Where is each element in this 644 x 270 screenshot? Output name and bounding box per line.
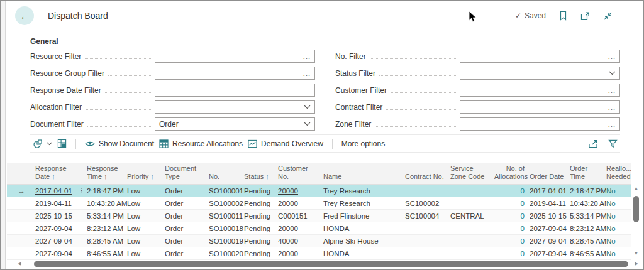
cell-document_type[interactable]: Order (165, 210, 209, 222)
filter-button[interactable] (608, 139, 618, 148)
cell-service_zone_code[interactable]: CENTRAL (450, 210, 494, 222)
lookup-ellipsis-icon[interactable]: ... (608, 104, 616, 111)
chevron-down-icon[interactable] (304, 105, 311, 109)
cell-no[interactable]: SO100020 (209, 247, 244, 259)
cell-name[interactable]: Alpine Ski House (323, 235, 405, 247)
cell-name[interactable]: HONDA (323, 222, 405, 234)
cell-no[interactable]: SO100011 (209, 210, 244, 222)
cell-service_zone_code[interactable] (450, 235, 494, 247)
cell-order_date[interactable]: 2019-04-11 (530, 197, 570, 209)
related-menu-button[interactable] (30, 139, 55, 149)
customer-filter-input[interactable]: ... (460, 84, 620, 97)
scroll-up-icon[interactable]: ▲ (634, 186, 638, 191)
cell-no[interactable]: SO100001 (209, 185, 244, 197)
column-header-no_of_allocations[interactable]: No. of Allocations (494, 165, 530, 185)
back-button[interactable]: ← (15, 6, 34, 25)
demand-overview-button[interactable]: Demand Overview (245, 139, 326, 148)
cell-no_of_allocations[interactable]: 0 (494, 235, 530, 247)
cell-customer_no[interactable]: 20000 (278, 185, 323, 197)
cell-status[interactable]: Pending (244, 235, 278, 247)
column-header-order_time[interactable]: Order Time (570, 165, 606, 185)
row-menu-icon[interactable]: ⋮ (78, 185, 85, 197)
column-header-contract_no[interactable]: Contract No. (405, 173, 450, 184)
cell-no_of_allocations[interactable]: 0 (494, 197, 530, 209)
cell-contract_no[interactable] (405, 235, 450, 247)
cell-no[interactable]: SO100019 (209, 235, 244, 247)
cell-no_of_allocations[interactable]: 0 (494, 222, 530, 234)
cell-document_type[interactable]: Order (165, 222, 209, 234)
cell-order_date[interactable]: 2027-09-04 (530, 247, 570, 259)
cell-priority[interactable]: Low (127, 222, 165, 234)
horizontal-scrollbar[interactable]: ◀ ▶ (16, 260, 640, 267)
column-header-order_date[interactable]: Order Date (530, 173, 570, 184)
cell-name[interactable]: Trey Research (323, 197, 405, 209)
cell-name[interactable]: Trey Research (323, 185, 405, 197)
cell-no_of_allocations[interactable]: 0 (494, 210, 530, 222)
cell-response_time[interactable]: 2:18:47 PM (87, 185, 127, 197)
cell-response_date[interactable]: 2027-09-04 (35, 222, 87, 234)
vertical-scrollbar[interactable]: ▲ ▼ (632, 186, 640, 256)
table-row[interactable]: 2027-09-048:46:55 AMLowOrderSO100020Pend… (7, 247, 631, 260)
table-row[interactable]: 2025-10-155:33:14 PMLowOrderSO100011Pend… (7, 210, 631, 222)
column-header-priority[interactable]: Priority ↑ (127, 173, 165, 184)
lookup-ellipsis-icon[interactable]: ... (608, 87, 616, 94)
cell-order_time[interactable]: 8:23:12 AM (570, 222, 606, 234)
share-button[interactable] (588, 139, 598, 148)
lookup-ellipsis-icon[interactable]: ... (608, 121, 616, 128)
cell-realloc_needed[interactable]: No (606, 197, 631, 209)
cell-document_type[interactable]: Order (165, 235, 209, 247)
table-row[interactable]: 2019-04-1110:43:20 AMLowOrderSO100002Pen… (7, 197, 631, 210)
vertical-scroll-track[interactable] (633, 192, 639, 250)
cell-status[interactable]: Pending (244, 222, 278, 234)
cell-priority[interactable]: Low (127, 235, 165, 247)
chevron-down-icon[interactable] (609, 71, 616, 75)
collapse-button[interactable] (603, 11, 613, 21)
column-header-customer_no[interactable]: Customer No. (278, 165, 323, 185)
cell-priority[interactable]: Low (127, 247, 165, 259)
cell-priority[interactable]: Low (127, 210, 165, 222)
cell-contract_no[interactable]: SC100002 (405, 197, 450, 209)
cell-document_type[interactable]: Order (165, 185, 209, 197)
contract-filter-input[interactable]: ... (460, 100, 620, 114)
cell-priority[interactable]: Low (127, 197, 165, 209)
cell-status[interactable]: Pending (244, 197, 278, 209)
cell-contract_no[interactable] (405, 222, 450, 234)
no-filter-input[interactable]: ... (460, 50, 620, 63)
column-header-response_time[interactable]: Response Time ↑ (87, 165, 127, 185)
scroll-right-icon[interactable]: ▶ (633, 261, 640, 266)
document-filter-select[interactable]: Order (155, 117, 315, 131)
cell-status[interactable]: Pending (244, 185, 278, 197)
cell-name[interactable]: Fred Flinstone (323, 210, 405, 222)
cell-customer_no[interactable]: 20000 (278, 197, 323, 209)
resource-group-filter-input[interactable]: ... (155, 67, 315, 80)
cell-order_time[interactable]: 8:46:55 AM (570, 247, 606, 259)
lookup-ellipsis-icon[interactable]: ... (303, 70, 311, 77)
column-header-response_date[interactable]: Response Date ↑ (35, 165, 87, 185)
more-options-button[interactable]: More options (339, 139, 387, 148)
scroll-down-icon[interactable]: ▼ (634, 251, 638, 256)
cell-service_zone_code[interactable] (450, 222, 494, 234)
column-header-document_type[interactable]: Document Type (165, 165, 209, 185)
show-document-button[interactable]: Show Document (82, 139, 157, 148)
cell-order_date[interactable]: 2027-09-04 (530, 235, 570, 247)
analyze-button[interactable] (55, 139, 69, 148)
cell-customer_no[interactable]: C000151 (278, 210, 323, 222)
chevron-down-icon[interactable] (304, 122, 311, 126)
cell-no_of_allocations[interactable]: 0 (494, 247, 530, 259)
cell-status[interactable]: Pending (244, 247, 278, 259)
column-header-status[interactable]: Status ↑ (244, 173, 278, 184)
cell-no[interactable]: SO100002 (209, 197, 244, 209)
cell-realloc_needed[interactable]: No (606, 247, 631, 259)
cell-contract_no[interactable] (405, 247, 450, 259)
table-row[interactable]: 2027-09-048:23:12 AMLowOrderSO100018Pend… (7, 222, 631, 235)
cell-no[interactable]: SO100018 (209, 222, 244, 234)
cell-response_date[interactable]: 2019-04-11 (35, 197, 87, 209)
column-header-realloc_needed[interactable]: Reallo... Needed (606, 165, 631, 185)
cell-name[interactable]: HONDA (323, 247, 405, 259)
status-filter-select[interactable] (460, 67, 620, 80)
horizontal-scroll-thumb[interactable] (34, 261, 628, 267)
cell-response_time[interactable]: 5:33:14 PM (87, 210, 127, 222)
resource-filter-input[interactable]: ... (155, 50, 315, 63)
zone-filter-input[interactable]: ... (460, 117, 620, 131)
response-date-filter-input[interactable] (155, 84, 315, 97)
